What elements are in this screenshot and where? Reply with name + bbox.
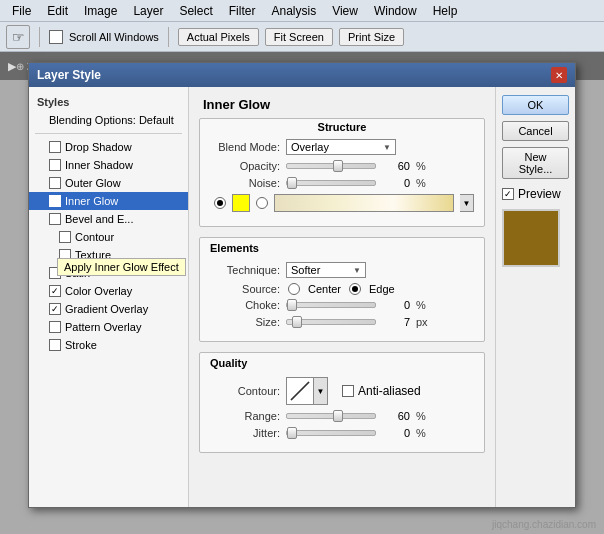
sidebar-item-satin[interactable]: Satin <box>29 264 188 282</box>
satin-checkbox[interactable] <box>49 267 61 279</box>
size-slider-track[interactable] <box>286 319 376 325</box>
watermark-text: jiqchang.chazidian.com <box>492 519 596 530</box>
opacity-slider-track[interactable] <box>286 163 376 169</box>
pattern-overlay-checkbox[interactable] <box>49 321 61 333</box>
inner-shadow-checkbox[interactable] <box>49 159 61 171</box>
bevel-emboss-label: Bevel and E... <box>65 213 134 225</box>
preview-label: Preview <box>518 187 561 201</box>
outer-glow-checkbox[interactable] <box>49 177 61 189</box>
jitter-slider-thumb[interactable] <box>287 427 297 439</box>
ok-button[interactable]: OK <box>502 95 569 115</box>
jitter-slider-track[interactable] <box>286 430 376 436</box>
quality-section: Quality Contour: <box>199 352 485 453</box>
opacity-slider-thumb[interactable] <box>333 160 343 172</box>
sidebar-item-color-overlay[interactable]: Color Overlay <box>29 282 188 300</box>
source-edge-radio[interactable] <box>349 283 361 295</box>
menu-layer[interactable]: Layer <box>125 2 171 20</box>
outer-glow-label: Outer Glow <box>65 177 121 189</box>
sidebar-item-texture[interactable]: Texture <box>29 246 188 264</box>
structure-section: Structure Blend Mode: Overlay ▼ Op <box>199 118 485 227</box>
new-style-button[interactable]: New Style... <box>502 147 569 179</box>
inner-glow-checkbox[interactable] <box>49 195 61 207</box>
preview-checkbox[interactable]: ✓ <box>502 188 514 200</box>
color-swatch[interactable] <box>232 194 250 212</box>
technique-arrow-icon: ▼ <box>353 266 361 275</box>
menu-view[interactable]: View <box>324 2 366 20</box>
menu-filter[interactable]: Filter <box>221 2 264 20</box>
menu-select[interactable]: Select <box>171 2 220 20</box>
noise-slider-thumb[interactable] <box>287 177 297 189</box>
technique-value: Softer <box>291 264 320 276</box>
color-row: ▼ <box>210 194 474 212</box>
jitter-row: Jitter: 0 % <box>210 427 474 439</box>
sidebar-item-stroke[interactable]: Stroke <box>29 336 188 354</box>
stroke-checkbox[interactable] <box>49 339 61 351</box>
sidebar-item-inner-shadow[interactable]: Inner Shadow <box>29 156 188 174</box>
fit-screen-btn[interactable]: Fit Screen <box>265 28 333 46</box>
menu-window[interactable]: Window <box>366 2 425 20</box>
technique-dropdown[interactable]: Softer ▼ <box>286 262 366 278</box>
menu-image[interactable]: Image <box>76 2 125 20</box>
watermark: jiqchang.chazidian.com <box>492 519 596 530</box>
choke-slider-thumb[interactable] <box>287 299 297 311</box>
noise-slider-track[interactable] <box>286 180 376 186</box>
gradient-radio[interactable] <box>256 197 268 209</box>
range-slider-track[interactable] <box>286 413 376 419</box>
solid-color-radio[interactable] <box>214 197 226 209</box>
layer-style-dialog: Layer Style ✕ Styles Blending Options: D… <box>28 62 576 508</box>
texture-checkbox[interactable] <box>59 249 71 261</box>
contour-preview[interactable] <box>286 377 314 405</box>
contour-dropdown-arrow-icon[interactable]: ▼ <box>314 377 328 405</box>
actual-pixels-btn[interactable]: Actual Pixels <box>178 28 259 46</box>
range-slider-thumb[interactable] <box>333 410 343 422</box>
print-size-btn[interactable]: Print Size <box>339 28 404 46</box>
sidebar-item-blending-options[interactable]: Blending Options: Default <box>29 111 188 129</box>
range-row: Range: 60 % <box>210 410 474 422</box>
blending-options-label: Blending Options: Default <box>49 114 174 126</box>
menu-help[interactable]: Help <box>425 2 466 20</box>
blend-mode-arrow-icon: ▼ <box>383 143 391 152</box>
dialog-backdrop: Layer Style ✕ Styles Blending Options: D… <box>0 52 604 534</box>
blend-mode-dropdown[interactable]: Overlay ▼ <box>286 139 396 155</box>
sidebar-item-inner-glow[interactable]: Inner Glow <box>29 192 188 210</box>
choke-slider-track[interactable] <box>286 302 376 308</box>
menu-file[interactable]: File <box>4 2 39 20</box>
size-value: 7 <box>382 316 410 328</box>
contour-checkbox[interactable] <box>59 231 71 243</box>
gradient-overlay-checkbox[interactable] <box>49 303 61 315</box>
bevel-emboss-checkbox[interactable] <box>49 213 61 225</box>
source-center-radio[interactable] <box>288 283 300 295</box>
range-label: Range: <box>210 410 280 422</box>
sidebar-item-bevel-emboss[interactable]: Bevel and E... <box>29 210 188 228</box>
sidebar-item-outer-glow[interactable]: Outer Glow <box>29 174 188 192</box>
anti-aliased-label: Anti-aliased <box>358 384 421 398</box>
blend-mode-row: Blend Mode: Overlay ▼ <box>210 139 474 155</box>
toolbar: ☞ Scroll All Windows Actual Pixels Fit S… <box>0 22 604 52</box>
structure-title: Structure <box>200 119 484 135</box>
pattern-overlay-label: Pattern Overlay <box>65 321 141 333</box>
drop-shadow-label: Drop Shadow <box>65 141 132 153</box>
sidebar-item-drop-shadow[interactable]: Drop Shadow <box>29 138 188 156</box>
sidebar-item-pattern-overlay[interactable]: Pattern Overlay <box>29 318 188 336</box>
contour-label: Contour <box>75 231 114 243</box>
preview-thumbnail <box>502 209 560 267</box>
technique-row: Technique: Softer ▼ <box>210 262 474 278</box>
cancel-button[interactable]: Cancel <box>502 121 569 141</box>
menu-edit[interactable]: Edit <box>39 2 76 20</box>
menu-analysis[interactable]: Analysis <box>263 2 324 20</box>
sidebar-item-contour[interactable]: Contour <box>29 228 188 246</box>
scroll-all-checkbox[interactable] <box>49 30 63 44</box>
size-slider-thumb[interactable] <box>292 316 302 328</box>
drop-shadow-checkbox[interactable] <box>49 141 61 153</box>
color-overlay-checkbox[interactable] <box>49 285 61 297</box>
move-tool-icon[interactable]: ☞ <box>6 25 30 49</box>
gradient-dropdown-arrow-icon[interactable]: ▼ <box>460 194 474 212</box>
jitter-value: 0 <box>382 427 410 439</box>
dialog-title: Layer Style <box>37 68 101 82</box>
technique-label: Technique: <box>210 264 280 276</box>
sidebar-item-gradient-overlay[interactable]: Gradient Overlay <box>29 300 188 318</box>
anti-aliased-checkbox[interactable] <box>342 385 354 397</box>
gradient-bar[interactable] <box>274 194 454 212</box>
stroke-label: Stroke <box>65 339 97 351</box>
dialog-close-button[interactable]: ✕ <box>551 67 567 83</box>
